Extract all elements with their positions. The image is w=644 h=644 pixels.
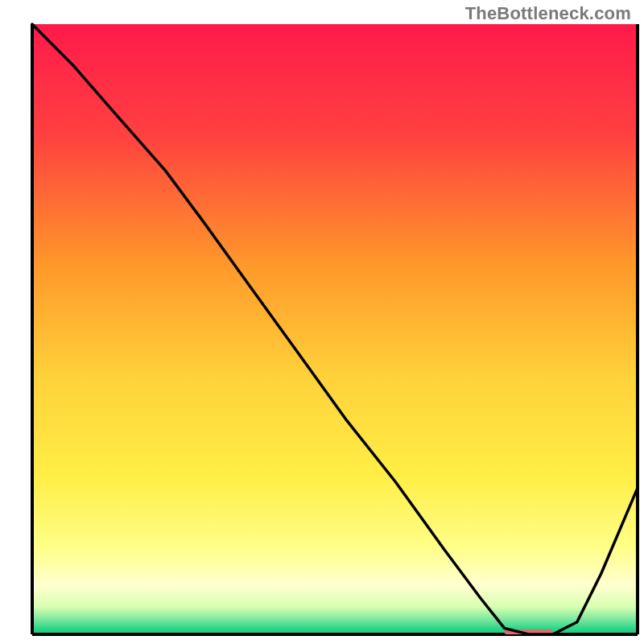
plot-background: [32, 24, 638, 634]
chart-container: TheBottleneck.com: [0, 0, 644, 644]
attribution-text: TheBottleneck.com: [465, 3, 631, 24]
bottleneck-chart: [0, 0, 644, 644]
